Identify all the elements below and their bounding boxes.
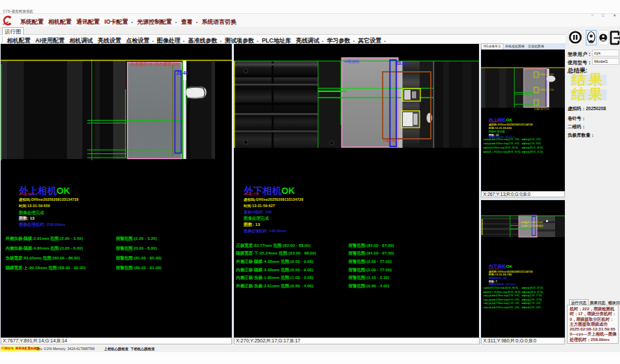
svg-text:AI检测框: AI检测框	[344, 59, 360, 64]
svg-text:纠偏角:0.03 纠偏成功: 纠偏角:0.03 纠偏成功	[521, 225, 544, 227]
svg-text:23.80: 23.80	[396, 61, 408, 66]
svg-text:X:482.43 Y:2.8: X:482.43 Y:2.8	[534, 107, 549, 110]
svg-text:X:483.04 Y:3.0: X:483.04 Y:3.0	[539, 73, 554, 76]
svg-text:23.48: 23.48	[177, 70, 189, 75]
svg-text:灰度阈值:93, 动态阈值:100: 灰度阈值:93, 动态阈值:100	[131, 61, 180, 67]
svg-text:纠偏值X:-0.06 Y:0.01: 纠偏值X:-0.06 Y:0.01	[521, 221, 543, 224]
svg-text:X:480.41 Y:1.6: X:480.41 Y:1.6	[539, 89, 554, 91]
